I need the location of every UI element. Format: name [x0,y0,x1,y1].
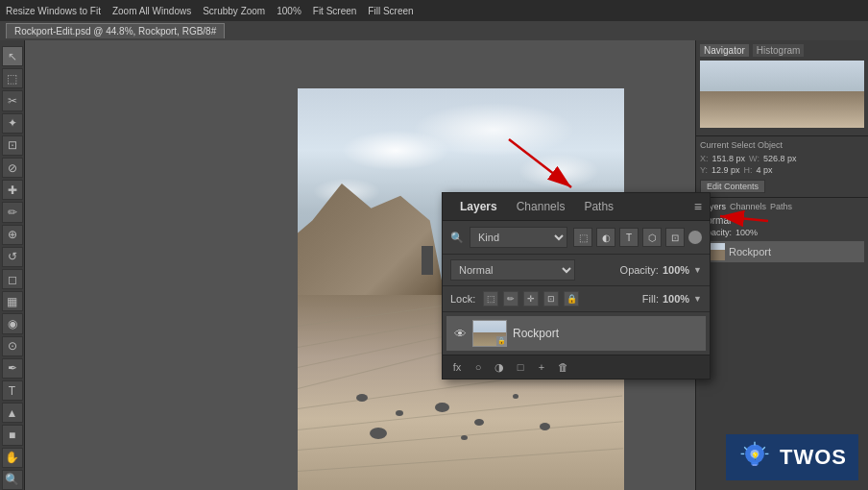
nav-header: Navigator Histogram [700,44,864,57]
tool-eyedropper[interactable]: ⊘ [2,158,23,178]
file-tab-bar: Rockport-Edit.psd @ 44.8%, Rockport, RGB… [0,21,868,40]
twos-label: TWOS [780,445,847,470]
prop-x-label: X: [700,154,709,163]
navigator-thumbnail [700,61,864,128]
tool-select[interactable]: ↖ [2,46,23,66]
prop-x-row: X: 151.8 px W: 526.8 px [700,154,864,163]
lock-artboard-button[interactable]: ⊡ [543,291,559,306]
tool-gradient[interactable]: ▦ [2,291,23,311]
tool-hand[interactable]: ✋ [2,448,23,468]
tool-crop[interactable]: ⊡ [2,135,23,156]
layers-tab-layers[interactable]: Layers [450,197,507,216]
mini-layers-section: Layers Channels Paths Normal Opacity: 10… [696,198,868,266]
prop-y-label: Y: [700,165,708,175]
filter-icon-buttons: ⬚ ◐ T ⬡ ⊡ [573,228,702,247]
prop-w-value: 526.8 px [763,154,797,163]
photo-stones [330,378,591,460]
menu-item-fill[interactable]: Fill Screen [368,6,413,16]
filter-icon-shape[interactable]: ⬡ [642,228,662,247]
lock-paint-button[interactable]: ✏ [503,291,518,306]
svg-line-8 [762,447,765,450]
mini-blend-row: Normal [700,215,864,226]
lock-position-button[interactable]: ✛ [523,291,539,306]
tool-dodge[interactable]: ⊙ [2,336,23,356]
prop-y-value: 12.9 px [711,165,740,175]
blend-mode-select[interactable]: NormalDissolveMultiplyScreenOverlay [450,259,575,281]
layer-mask-button[interactable]: ○ [470,358,487,376]
properties-title: Current Select Object [700,140,864,150]
nav-tab-histogram[interactable]: Histogram [753,44,805,57]
opacity-value: 100% [663,264,689,276]
layer-group-button[interactable]: □ [512,358,529,376]
tool-path[interactable]: ▲ [2,403,23,423]
tool-brush[interactable]: ✏ [2,202,23,222]
filter-icon-pixel[interactable]: ⬚ [573,228,592,247]
layer-fx-button[interactable]: fx [448,358,466,376]
fill-group: Fill: 100% ▼ [642,293,702,305]
opacity-arrow-icon[interactable]: ▼ [693,265,702,275]
blend-opacity-row: NormalDissolveMultiplyScreenOverlay Opac… [443,255,710,286]
svg-line-9 [744,447,747,450]
photo-tower [422,246,433,275]
menu-item-scrubby[interactable]: Scrubby Zoom [203,6,265,16]
tool-zoom[interactable]: 🔍 [2,470,23,490]
mini-layer-item[interactable]: Rockport [700,241,864,262]
lock-label: Lock: [450,293,475,305]
right-panel: Navigator Histogram Current Select Objec… [695,40,868,490]
mini-opacity-value: 100% [735,228,758,237]
tool-blur[interactable]: ◉ [2,313,23,333]
tool-marquee[interactable]: ⬚ [2,68,23,88]
layer-lock-icon: 🔒 [496,336,506,346]
fill-arrow-icon[interactable]: ▼ [693,294,702,304]
tool-shape[interactable]: ■ [2,425,23,445]
layer-delete-button[interactable]: 🗑 [554,358,571,376]
menu-item-100[interactable]: 100% [277,6,301,16]
prop-h-value: 4 px [757,165,773,175]
twos-logo-icon: 💡 [737,440,772,475]
tool-magic-wand[interactable]: ✦ [2,113,23,134]
tool-lasso[interactable]: ✂ [2,90,23,110]
menu-item-fit[interactable]: Fit Screen [313,6,357,16]
menu-item-zoom-all[interactable]: Zoom All Windows [112,6,191,16]
prop-y-row: Y: 12.9 px H: 4 px [700,165,864,175]
nav-tab-navigator[interactable]: Navigator [700,44,749,57]
filter-icon-type[interactable]: T [619,228,639,247]
layers-panel: Layers Channels Paths ≡ 🔍 KindNameEffect… [442,192,711,380]
tool-history[interactable]: ↺ [2,247,23,267]
prop-w-label: W: [749,154,760,163]
opacity-label: Opacity: [620,264,659,276]
filter-search-icon: 🔍 [450,232,464,244]
filter-icon-adjust[interactable]: ◐ [596,228,615,247]
edit-contents-button[interactable]: Edit Contents [700,180,765,193]
panel-menu-button[interactable]: ≡ [694,199,702,214]
layers-tab-paths[interactable]: Paths [574,197,623,216]
svg-rect-6 [752,464,757,466]
tool-clone[interactable]: ⊕ [2,225,23,245]
lock-icons-group: ⬚ ✏ ✛ ⊡ 🔒 [483,291,579,306]
filter-kind-select[interactable]: KindNameEffectModeAttributeColor [470,227,567,248]
tool-type[interactable]: T [2,380,23,401]
lock-all-button[interactable]: 🔒 [564,291,579,306]
layer-new-button[interactable]: + [533,358,550,376]
mini-layers-header: Layers Channels Paths [700,202,864,211]
prop-h-label: H: [744,165,753,175]
top-menu-bar: Resize Windows to Fit Zoom All Windows S… [0,0,868,21]
properties-section: Current Select Object X: 151.8 px W: 526… [696,136,868,198]
filter-icon-smart[interactable]: ⊡ [665,228,685,247]
fill-value: 100% [663,293,689,305]
tool-pen[interactable]: ✒ [2,358,23,379]
menu-item-resize[interactable]: Resize Windows to Fit [6,6,101,16]
filter-active-dot[interactable] [688,231,702,244]
svg-text:💡: 💡 [751,452,760,460]
file-tab[interactable]: Rockport-Edit.psd @ 44.8%, Rockport, RGB… [6,23,225,38]
mini-channels-tab[interactable]: Channels [730,202,766,211]
tool-eraser[interactable]: ◻ [2,269,23,289]
layer-item-rockport[interactable]: 👁 🔒 Rockport [446,316,706,351]
tool-heal[interactable]: ✚ [2,180,23,200]
layer-adjustment-button[interactable]: ◑ [491,358,508,376]
mini-paths-tab[interactable]: Paths [770,202,792,211]
lock-transparency-button[interactable]: ⬚ [483,291,498,306]
layers-tab-channels[interactable]: Channels [507,197,575,216]
layer-name-label: Rockport [513,327,559,340]
layer-visibility-eye-icon[interactable]: 👁 [454,327,467,341]
